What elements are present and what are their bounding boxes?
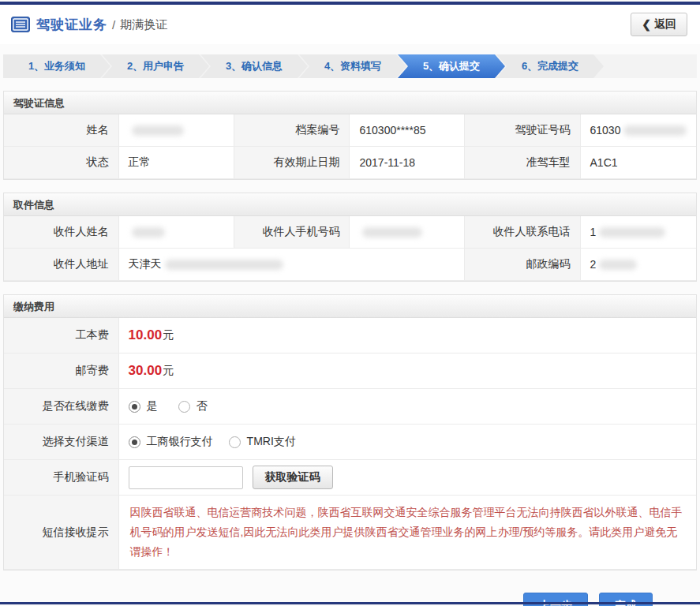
step-tabs: 1、业务须知 2、用户申告 3、确认信息 4、资料填写 5、确认提交 6、完成提… <box>3 54 697 78</box>
field-value-redacted <box>350 216 465 249</box>
field-value-redacted <box>119 216 234 249</box>
field-label: 驾驶证号码 <box>465 114 580 147</box>
payment-table: 工本费 10.00 元 邮寄费 30.00 元 是否在线缴费 是 否 选择支付 <box>4 318 696 570</box>
radio-label: TMRI支付 <box>247 435 296 449</box>
page-header: 驾驶证业务 / 期满换证 ❮ 返回 <box>0 5 700 44</box>
license-info-section: 驾驶证信息 姓名 档案编号 610300****85 驾驶证号码 61030 状… <box>3 91 697 180</box>
step-tab-label: 4、资料填写 <box>324 59 381 73</box>
field-value-redacted <box>119 114 234 147</box>
sms-notice-text: 因陕西省联通、电信运营商技术问题，陕西省互联网交通安全综合服务管理平台无法向持陕… <box>130 503 685 562</box>
section-title: 驾驶证信息 <box>4 92 696 114</box>
field-label: 档案编号 <box>234 114 350 147</box>
payment-section: 缴纳费用 工本费 10.00 元 邮寄费 30.00 元 是否在线缴费 是 否 <box>3 294 697 570</box>
radio-option-icbc[interactable]: 工商银行支付 <box>129 435 213 449</box>
section-title: 取件信息 <box>4 193 696 216</box>
redacted-value <box>623 125 687 136</box>
section-title: 缴纳费用 <box>4 295 696 318</box>
chevron-left-icon: ❮ <box>642 18 651 31</box>
fee-value: 30.00 元 <box>119 354 696 389</box>
radio-label: 是 <box>147 399 158 413</box>
radio-label: 工商银行支付 <box>147 435 213 449</box>
field-value: 610300****85 <box>350 114 465 147</box>
field-value: A1C1 <box>581 147 696 179</box>
field-label: 工本费 <box>4 318 119 354</box>
field-value-redacted: 天津天 <box>119 249 465 281</box>
field-label: 收件人地址 <box>4 249 119 281</box>
step-tab-label: 5、确认提交 <box>423 59 480 73</box>
radio-unselected-icon[interactable] <box>178 401 190 413</box>
redacted-value <box>599 260 637 270</box>
radio-option-tmri[interactable]: TMRI支付 <box>229 435 296 449</box>
field-label: 收件人联系电话 <box>465 216 580 249</box>
step-tab-1[interactable]: 1、业务须知 <box>3 54 110 78</box>
pickup-info-table: 收件人姓名 收件人手机号码 收件人联系电话 1 收件人地址 天津天 邮政编码 2 <box>4 216 696 281</box>
pay-channel-options: 工商银行支付 TMRI支付 <box>119 425 696 460</box>
form-list-icon <box>11 17 30 32</box>
field-value: 正常 <box>119 147 234 179</box>
online-pay-options: 是 否 <box>119 389 696 425</box>
radio-unselected-icon[interactable] <box>229 436 241 448</box>
redacted-value <box>132 227 165 238</box>
fee-unit: 元 <box>163 328 174 342</box>
field-label: 邮政编码 <box>465 249 580 281</box>
step-tab-2[interactable]: 2、用户申告 <box>102 54 209 78</box>
field-label: 准驾车型 <box>465 147 580 179</box>
field-value-redacted: 61030 <box>581 114 696 147</box>
step-tab-5-active[interactable]: 5、确认提交 <box>398 54 505 78</box>
fee-amount: 10.00 <box>129 327 163 343</box>
field-label: 状态 <box>4 147 119 179</box>
step-tab-4[interactable]: 4、资料填写 <box>299 54 406 78</box>
field-label: 收件人手机号码 <box>234 216 350 249</box>
sms-code-row: 获取验证码 <box>119 460 696 496</box>
fee-amount: 30.00 <box>129 363 163 379</box>
fee-value: 10.00 元 <box>119 318 696 354</box>
step-tab-label: 6、完成提交 <box>522 59 578 73</box>
field-label: 手机验证码 <box>4 460 119 496</box>
radio-label: 否 <box>197 399 208 413</box>
step-tab-3[interactable]: 3、确认信息 <box>200 54 308 78</box>
page-title: 期满换证 <box>120 17 167 32</box>
pickup-info-section: 取件信息 收件人姓名 收件人手机号码 收件人联系电话 1 收件人地址 天津天 邮… <box>3 193 697 282</box>
radio-selected-icon[interactable] <box>129 436 140 448</box>
field-label: 收件人姓名 <box>4 216 119 249</box>
field-label: 有效期止日期 <box>234 147 350 179</box>
sms-notice-row: 因陕西省联通、电信运营商技术问题，陕西省互联网交通安全综合服务管理平台无法向持陕… <box>119 496 696 570</box>
field-label: 短信接收提示 <box>4 496 119 570</box>
service-title[interactable]: 驾驶证业务 <box>36 16 107 34</box>
redacted-value <box>599 227 665 238</box>
redacted-value <box>132 125 184 136</box>
field-value-redacted: 1 <box>581 216 696 249</box>
breadcrumb: 驾驶证业务 / 期满换证 <box>11 16 167 34</box>
sms-code-input[interactable] <box>129 466 243 489</box>
radio-selected-icon[interactable] <box>129 401 140 413</box>
field-label: 姓名 <box>4 114 119 147</box>
field-label: 是否在线缴费 <box>4 389 119 425</box>
step-tab-label: 2、用户申告 <box>127 59 184 73</box>
back-button-label: 返回 <box>654 17 676 32</box>
radio-option-no[interactable]: 否 <box>178 399 208 413</box>
step-tab-6[interactable]: 6、完成提交 <box>496 54 604 78</box>
field-label: 选择支付渠道 <box>4 425 119 460</box>
step-tab-label: 1、业务须知 <box>28 59 85 73</box>
redacted-value <box>165 260 283 270</box>
redacted-value <box>362 227 422 238</box>
get-code-button[interactable]: 获取验证码 <box>253 466 333 489</box>
bottom-accent-bar <box>0 602 700 604</box>
fee-unit: 元 <box>163 364 174 378</box>
back-button[interactable]: ❮ 返回 <box>631 13 687 36</box>
step-tab-label: 3、确认信息 <box>226 59 283 73</box>
breadcrumb-separator: / <box>112 18 115 32</box>
field-value: 2017-11-18 <box>350 147 465 179</box>
license-info-table: 姓名 档案编号 610300****85 驾驶证号码 61030 状态 正常 有… <box>4 114 696 179</box>
radio-option-yes[interactable]: 是 <box>129 399 158 413</box>
field-value-redacted: 2 <box>581 249 696 281</box>
field-label: 邮寄费 <box>4 354 119 389</box>
